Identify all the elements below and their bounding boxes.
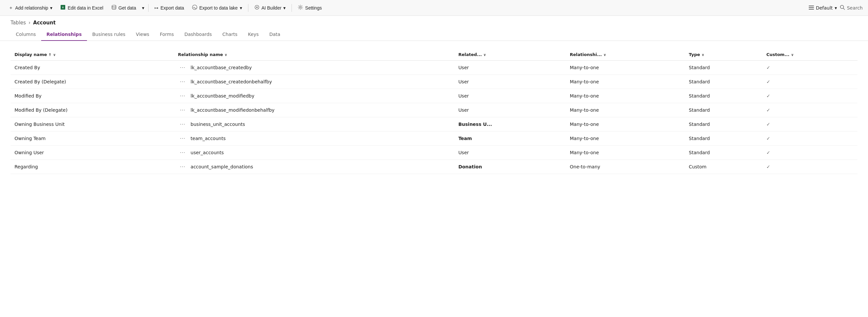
col-header-relationship-type[interactable]: Relationshi... ∨ <box>566 49 685 61</box>
cell-relationship-name-3: ··· lk_accountbase_modifiedonbehalfby <box>174 103 454 117</box>
svg-rect-7 <box>809 6 814 6</box>
tab-data[interactable]: Data <box>264 28 285 41</box>
add-icon: ＋ <box>8 5 13 11</box>
settings-button[interactable]: Settings <box>294 3 325 13</box>
cell-relationship-name-2: ··· lk_accountbase_modifiedby <box>174 89 454 103</box>
tab-keys[interactable]: Keys <box>243 28 264 41</box>
table-row: Owning User ··· user_accounts UserMany-t… <box>10 146 858 160</box>
default-view-selector[interactable]: Default ▾ <box>809 5 837 10</box>
cell-type-3: Standard <box>685 103 762 117</box>
cell-related-2: User <box>454 89 566 103</box>
cell-type-6: Standard <box>685 146 762 160</box>
col-header-display-name[interactable]: Display name ↑ ∨ <box>10 49 174 61</box>
export-lake-chevron: ▾ <box>240 5 242 10</box>
custom-check-icon: ✓ <box>766 79 770 84</box>
col-header-related[interactable]: Related... ∨ <box>454 49 566 61</box>
tab-charts[interactable]: Charts <box>217 28 243 41</box>
col-filter-icon: ∨ <box>603 53 606 57</box>
relationship-type-text: Many-to-one <box>570 65 599 70</box>
custom-check-icon: ✓ <box>766 108 770 113</box>
row-menu-button-7[interactable]: ··· <box>178 163 187 170</box>
cell-type-1: Standard <box>685 75 762 89</box>
tab-forms[interactable]: Forms <box>154 28 179 41</box>
cell-relationship-type-6: Many-to-one <box>566 146 685 160</box>
relationship-type-text: One-to-many <box>570 164 600 169</box>
cell-display-name-5: Owning Team <box>10 132 174 146</box>
cell-relationship-type-7: One-to-many <box>566 160 685 174</box>
cell-custom-6: ✓ <box>762 146 858 160</box>
add-relationship-chevron: ▾ <box>50 5 52 10</box>
breadcrumb: Tables › Account <box>0 16 868 26</box>
breadcrumb-current: Account <box>33 20 56 26</box>
cell-custom-5: ✓ <box>762 132 858 146</box>
get-data-icon <box>111 5 117 11</box>
cell-display-name-2: Modified By <box>10 89 174 103</box>
edit-excel-button[interactable]: X Edit data in Excel <box>57 3 106 13</box>
separator-3 <box>291 4 292 12</box>
type-text: Standard <box>689 150 710 155</box>
default-lines-icon <box>809 5 814 10</box>
get-data-button[interactable]: Get data <box>108 3 140 13</box>
cell-type-4: Standard <box>685 117 762 132</box>
display-name-text: Owning Team <box>14 136 45 141</box>
cell-custom-4: ✓ <box>762 117 858 132</box>
cell-relationship-name-7: ··· account_sample_donations <box>174 160 454 174</box>
custom-check-icon: ✓ <box>766 164 770 169</box>
row-menu-button-1[interactable]: ··· <box>178 78 187 85</box>
tab-views[interactable]: Views <box>131 28 155 41</box>
cell-relationship-name-6: ··· user_accounts <box>174 146 454 160</box>
custom-check-icon: ✓ <box>766 93 770 98</box>
tab-dashboards[interactable]: Dashboards <box>179 28 217 41</box>
toolbar: ＋ Add relationship ▾ X Edit data in Exce… <box>0 0 868 16</box>
cell-related-4: Business U... <box>454 117 566 132</box>
export-lake-button[interactable]: Export to data lake ▾ <box>189 3 245 13</box>
display-name-text: Modified By <box>14 93 41 98</box>
relationship-name-text: lk_accountbase_createdby <box>191 65 252 70</box>
search-trigger[interactable]: Search <box>840 5 863 11</box>
ai-builder-button[interactable]: AI Builder ▾ <box>251 3 289 13</box>
cell-display-name-7: Regarding <box>10 160 174 174</box>
export-data-button[interactable]: ↦ Export data <box>151 3 187 12</box>
row-menu-button-3[interactable]: ··· <box>178 107 187 114</box>
add-relationship-label: Add relationship <box>15 5 48 10</box>
ai-builder-chevron: ▾ <box>283 5 286 10</box>
tab-relationships[interactable]: Relationships <box>41 28 87 41</box>
type-text: Standard <box>689 93 710 98</box>
breadcrumb-parent[interactable]: Tables <box>10 20 26 26</box>
add-relationship-button[interactable]: ＋ Add relationship ▾ <box>5 3 56 13</box>
get-data-label: Get data <box>119 5 136 10</box>
cell-custom-2: ✓ <box>762 89 858 103</box>
excel-icon: X <box>60 5 66 11</box>
edit-excel-label: Edit data in Excel <box>67 5 103 10</box>
table-row: Modified By ··· lk_accountbase_modifiedb… <box>10 89 858 103</box>
get-data-dropdown-button[interactable]: ▾ <box>141 3 146 12</box>
search-label: Search <box>847 5 863 10</box>
custom-check-icon: ✓ <box>766 136 770 141</box>
relationship-type-text: Many-to-one <box>570 93 599 98</box>
cell-related-6: User <box>454 146 566 160</box>
col-filter-icon: ∨ <box>53 53 56 57</box>
cell-display-name-3: Modified By (Delegate) <box>10 103 174 117</box>
col-header-relationship-name[interactable]: Relationship name ∨ <box>174 49 454 61</box>
relationship-name-text: team_accounts <box>191 136 226 141</box>
col-filter-icon: ∨ <box>483 53 486 57</box>
tab-business-rules[interactable]: Business rules <box>87 28 131 41</box>
cell-relationship-type-3: Many-to-one <box>566 103 685 117</box>
row-menu-button-2[interactable]: ··· <box>178 92 187 99</box>
row-menu-button-6[interactable]: ··· <box>178 149 187 156</box>
tab-columns[interactable]: Columns <box>10 28 41 41</box>
relationship-name-text: lk_accountbase_createdonbehalfby <box>191 79 272 84</box>
cell-relationship-type-4: Many-to-one <box>566 117 685 132</box>
row-menu-button-0[interactable]: ··· <box>178 64 187 71</box>
col-header-custom[interactable]: Custom... ∨ <box>762 49 858 61</box>
related-text: User <box>458 150 469 155</box>
relationship-name-text: lk_accountbase_modifiedonbehalfby <box>191 108 275 113</box>
custom-check-icon: ✓ <box>766 122 770 127</box>
table-row: Owning Team ··· team_accounts TeamMany-t… <box>10 132 858 146</box>
cell-relationship-name-1: ··· lk_accountbase_createdonbehalfby <box>174 75 454 89</box>
export-lake-label: Export to data lake <box>199 5 238 10</box>
row-menu-button-4[interactable]: ··· <box>178 121 187 128</box>
tab-bar: ColumnsRelationshipsBusiness rulesViewsF… <box>0 28 868 41</box>
row-menu-button-5[interactable]: ··· <box>178 135 187 142</box>
col-header-type[interactable]: Type ∨ <box>685 49 762 61</box>
